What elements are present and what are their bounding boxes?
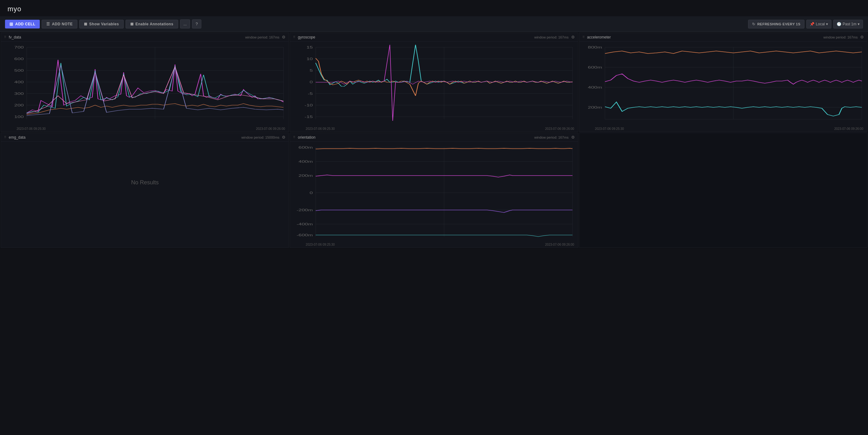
drag-handle-orient[interactable]: ⠿ <box>293 135 295 139</box>
svg-text:-5: -5 <box>308 92 313 95</box>
cell-header-emg: ⠿ emg_data window period: 15000ms ⚙ <box>1 133 289 142</box>
svg-text:100: 100 <box>14 115 24 119</box>
refresh-button[interactable]: ↻ REFRESHING EVERY 1S <box>748 20 804 29</box>
pin-icon: 📌 <box>810 22 814 26</box>
cell-title-accel: accelerometer <box>587 35 611 39</box>
dashboard-grid: ⠿ fv_data window period: 167ms ⚙ <box>0 32 868 248</box>
time-range-dropdown[interactable]: 🕐 Past 1m ▾ <box>833 20 863 29</box>
cell-header-gyro: ⠿ gyroscope window period: 167ms ⚙ <box>290 33 578 42</box>
svg-text:400m: 400m <box>588 86 602 89</box>
cell-period-accel: window period: 167ms <box>824 35 858 39</box>
cell-orientation: ⠿ orientation window period: 167ms ⚙ <box>290 133 578 248</box>
svg-text:-200m: -200m <box>297 208 313 212</box>
svg-text:200: 200 <box>14 104 24 107</box>
annotations-icon: ▦ <box>130 22 134 26</box>
app-header: myo <box>0 0 868 16</box>
chart-svg-accel: 800m 600m 400m 200m <box>579 44 865 126</box>
cell-settings-emg[interactable]: ⚙ <box>282 135 286 140</box>
clock-icon: 🕐 <box>837 22 841 26</box>
cell-settings-accel[interactable]: ⚙ <box>860 35 864 39</box>
local-dropdown[interactable]: 📌 Local ▾ <box>806 20 831 29</box>
cell-title-orient: orientation <box>298 135 315 140</box>
svg-text:400m: 400m <box>299 160 313 163</box>
cell-title-fv: fv_data <box>9 35 21 39</box>
chart-accel: 800m 600m 400m 200m 2023-07-06 09:25:30 … <box>579 42 867 132</box>
svg-text:200m: 200m <box>299 174 313 177</box>
toolbar: ⊞ ADD CELL ☰ ADD NOTE ▦ Show Variables ▦… <box>0 16 868 32</box>
svg-text:-10: -10 <box>305 104 313 107</box>
svg-text:-400m: -400m <box>297 223 313 226</box>
svg-text:10: 10 <box>307 57 313 61</box>
chart-svg-fv: 700 600 500 400 300 200 100 <box>1 44 286 126</box>
svg-text:0: 0 <box>310 191 313 195</box>
cell-header-orient: ⠿ orientation window period: 167ms ⚙ <box>290 133 578 142</box>
chart-svg-gyro: 15 10 5 0 -5 -10 -15 <box>290 44 575 126</box>
svg-text:700: 700 <box>14 46 24 49</box>
cell-settings-fv[interactable]: ⚙ <box>282 35 286 39</box>
svg-text:800m: 800m <box>588 46 602 49</box>
enable-annotations-button[interactable]: ▦ Enable Annotations <box>126 20 178 29</box>
cell-settings-gyro[interactable]: ⚙ <box>571 35 575 39</box>
svg-text:-15: -15 <box>305 115 313 119</box>
svg-text:500: 500 <box>14 69 24 72</box>
chart-svg-orient: 600m 400m 200m 0 -200m -400m -600m <box>290 144 575 241</box>
x-labels-gyro: 2023-07-06 09:25:30 2023-07-06 09:26:00 <box>290 127 575 131</box>
add-note-icon: ☰ <box>46 22 50 26</box>
chart-gyro: 15 10 5 0 -5 -10 -15 2023-07-06 09:25:30… <box>290 42 578 132</box>
show-variables-button[interactable]: ▦ Show Variables <box>79 20 124 29</box>
cell-header-fv: ⠿ fv_data window period: 167ms ⚙ <box>1 33 289 42</box>
drag-handle-accel[interactable]: ⠿ <box>582 35 585 39</box>
chart-fv: 700 600 500 400 300 200 100 2023-07-06 0 <box>1 42 289 132</box>
refresh-icon: ↻ <box>752 22 755 26</box>
cell-fv-data: ⠿ fv_data window period: 167ms ⚙ <box>1 33 289 132</box>
cell-title-gyro: gyroscope <box>298 35 315 39</box>
svg-text:600: 600 <box>14 57 24 61</box>
add-cell-icon: ⊞ <box>9 22 13 27</box>
chevron-down-icon: ▾ <box>826 22 828 26</box>
cell-gyroscope: ⠿ gyroscope window period: 167ms ⚙ <box>290 33 578 132</box>
chart-orient: 600m 400m 200m 0 -200m -400m -600m 2023-… <box>290 142 578 247</box>
cell-period-orient: window period: 167ms <box>534 135 568 139</box>
chevron-down-icon-2: ▾ <box>858 22 860 26</box>
cell-empty-3 <box>579 133 867 248</box>
cell-accelerometer: ⠿ accelerometer window period: 167ms ⚙ 8… <box>579 33 867 132</box>
add-cell-button[interactable]: ⊞ ADD CELL <box>5 20 40 29</box>
cell-period-emg: window period: 15000ms <box>241 135 280 139</box>
svg-text:0: 0 <box>310 80 313 84</box>
svg-text:600m: 600m <box>299 146 313 149</box>
help-button[interactable]: ? <box>192 20 201 29</box>
cell-emg-data: ⠿ emg_data window period: 15000ms ⚙ No R… <box>1 133 289 248</box>
cell-period-gyro: window period: 167ms <box>534 35 568 39</box>
cell-title-emg: emg_data <box>9 135 25 140</box>
svg-text:-600m: -600m <box>297 233 313 237</box>
svg-text:15: 15 <box>307 46 313 49</box>
svg-text:200m: 200m <box>588 106 602 109</box>
svg-text:300: 300 <box>14 92 24 95</box>
more-button[interactable]: ... <box>180 20 190 29</box>
svg-text:5: 5 <box>310 69 313 72</box>
svg-text:400: 400 <box>14 80 24 84</box>
x-labels-accel: 2023-07-06 09:25:30 2023-07-06 09:26:00 <box>579 127 865 131</box>
drag-handle-fv[interactable]: ⠿ <box>4 35 6 39</box>
add-note-button[interactable]: ☰ ADD NOTE <box>42 20 78 29</box>
cell-header-accel: ⠿ accelerometer window period: 167ms ⚙ <box>579 33 867 42</box>
svg-text:600m: 600m <box>588 66 602 69</box>
x-labels-orient: 2023-07-06 09:25:30 2023-07-06 09:26:00 <box>290 242 575 246</box>
drag-handle-gyro[interactable]: ⠿ <box>293 35 295 39</box>
drag-handle-emg[interactable]: ⠿ <box>4 135 6 139</box>
app-title: myo <box>7 5 22 13</box>
no-results-emg: No Results <box>1 142 289 223</box>
cell-period-fv: window period: 167ms <box>245 35 279 39</box>
x-labels-fv: 2023-07-06 09:25:30 2023-07-06 09:26:00 <box>1 127 286 131</box>
cell-settings-orient[interactable]: ⚙ <box>571 135 575 140</box>
toolbar-right: ↻ REFRESHING EVERY 1S 📌 Local ▾ 🕐 Past 1… <box>748 20 863 29</box>
variables-icon: ▦ <box>84 22 87 26</box>
